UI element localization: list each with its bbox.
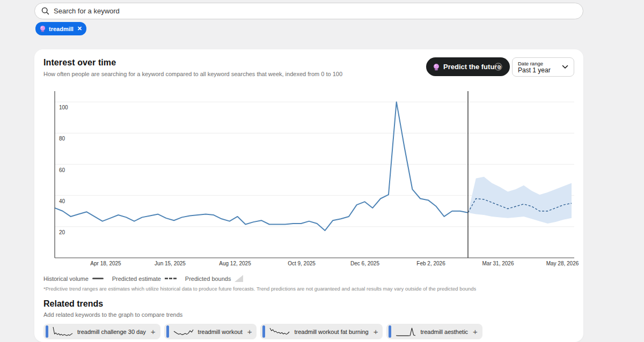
related-chip-treadmill-workout-fat-burning[interactable]: treadmill workout fat burning + (260, 324, 383, 339)
interest-over-time-chart: 20406080100Apr 18, 2025Jun 15, 2025Aug 1… (34, 49, 583, 270)
related-trends-subtitle: Add related keywords to the graph to com… (43, 311, 182, 318)
add-icon[interactable]: + (374, 328, 378, 336)
legend-historical-volume: Historical volume (43, 276, 104, 282)
svg-text:May 28, 2026: May 28, 2026 (546, 261, 579, 266)
chip-accent-bar (389, 325, 391, 338)
related-chip-treadmill-challenge-30-day[interactable]: treadmill challenge 30 day + (43, 324, 160, 339)
related-chip-treadmill-workout[interactable]: treadmill workout + (164, 324, 257, 339)
svg-text:Jun 15, 2025: Jun 15, 2025 (155, 261, 186, 266)
search-icon (41, 7, 49, 15)
related-trends-chips: treadmill challenge 30 day + treadmill w… (43, 324, 482, 339)
legend-predicted-estimate: Predicted estimate (112, 276, 177, 282)
keyword-chip-label: treadmill (49, 26, 74, 32)
add-icon[interactable]: + (473, 328, 478, 336)
search-input[interactable] (54, 7, 576, 15)
sparkline-icon (269, 326, 290, 338)
add-icon[interactable]: + (247, 328, 252, 336)
svg-text:80: 80 (59, 136, 65, 142)
svg-text:100: 100 (59, 105, 68, 110)
chart-legend: Historical volume Predicted estimate Pre… (43, 275, 243, 282)
chip-accent-bar (262, 325, 265, 338)
svg-text:60: 60 (59, 167, 65, 173)
add-icon[interactable]: + (151, 328, 156, 336)
sparkline-icon (173, 326, 194, 338)
dashed-line-swatch (165, 278, 177, 279)
svg-text:Mar 31, 2026: Mar 31, 2026 (482, 261, 514, 266)
svg-text:Aug 12, 2025: Aug 12, 2025 (219, 261, 251, 266)
legend-predicted-bounds: Predicted bounds (185, 275, 244, 282)
chip-accent-bar (46, 325, 48, 338)
svg-text:Feb 2, 2026: Feb 2, 2026 (416, 261, 445, 266)
sparkline-icon (395, 326, 416, 338)
solid-line-swatch (92, 278, 104, 279)
crystal-ball-icon (39, 25, 46, 32)
svg-text:20: 20 (59, 229, 65, 235)
keyword-chip-treadmill[interactable]: treadmill ✕ (35, 22, 86, 35)
svg-text:Dec 6, 2025: Dec 6, 2025 (350, 261, 379, 266)
prediction-disclaimer: *Predictive trend ranges are estimates w… (43, 286, 476, 292)
related-chip-treadmill-aesthetic[interactable]: treadmill aesthetic + (386, 324, 482, 339)
related-trends-title: Related trends (43, 299, 103, 309)
interest-over-time-card: Interest over time How often people are … (34, 49, 583, 342)
svg-text:40: 40 (59, 198, 65, 204)
svg-text:Apr 18, 2025: Apr 18, 2025 (90, 261, 121, 266)
close-icon[interactable]: ✕ (77, 26, 82, 32)
sparkline-icon (52, 326, 74, 338)
chip-accent-bar (166, 325, 169, 338)
bounds-area-swatch (235, 275, 243, 282)
search-bar[interactable] (34, 3, 583, 19)
svg-text:Oct 9, 2025: Oct 9, 2025 (288, 261, 316, 266)
